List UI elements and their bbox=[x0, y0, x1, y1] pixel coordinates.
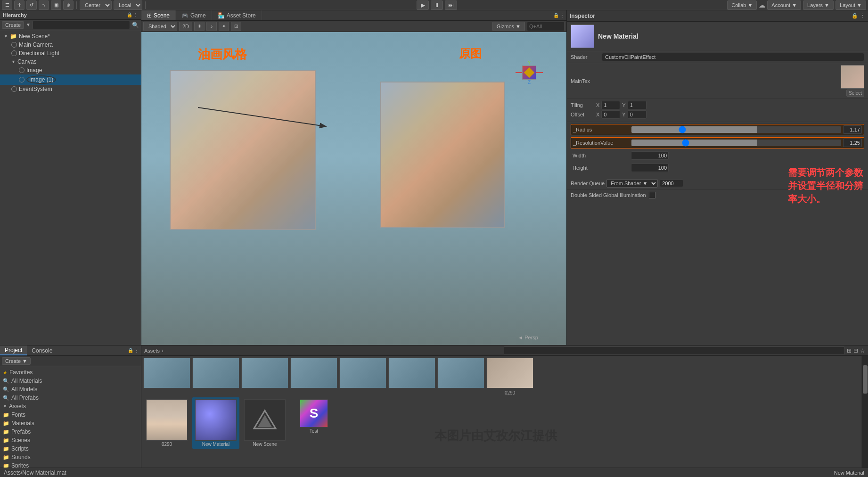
scene-search-input[interactable] bbox=[527, 22, 565, 31]
account-button[interactable]: Account ▼ bbox=[767, 0, 801, 10]
shaded-dropdown[interactable]: Shaded bbox=[143, 22, 177, 31]
gizmos-button[interactable]: Gizmos ▼ bbox=[492, 22, 525, 31]
pause-button[interactable]: ⏸ bbox=[431, 0, 443, 10]
hierarchy-lock-icon[interactable]: 🔒 bbox=[127, 12, 132, 17]
layers-button[interactable]: Layers ▼ bbox=[803, 0, 834, 10]
hierarchy-main-camera[interactable]: Main Camera bbox=[0, 41, 141, 49]
assets-icon1[interactable]: ⊞ bbox=[847, 347, 852, 354]
audio-toggle[interactable]: ♪ bbox=[206, 22, 217, 31]
hierarchy-search-input[interactable] bbox=[33, 21, 130, 29]
tiling-offset-section: Tiling X Y Offset X Y bbox=[567, 99, 868, 122]
inspector-lock-icon[interactable]: 🔒 bbox=[852, 13, 858, 19]
sidebar-sounds[interactable]: 📁 Sounds bbox=[0, 453, 61, 461]
tab-scene[interactable]: ⊞ Scene bbox=[141, 10, 176, 20]
asset-item-new-scene[interactable]: New Scene bbox=[241, 397, 288, 449]
hierarchy-canvas[interactable]: ▼ Canvas bbox=[0, 58, 141, 66]
maintex-select-button[interactable]: Select bbox=[846, 90, 864, 97]
offset-x-input[interactable] bbox=[601, 110, 620, 119]
sidebar-all-materials[interactable]: 🔍 All Materials bbox=[0, 377, 61, 385]
tab-project[interactable]: Project bbox=[0, 345, 27, 355]
hierarchy-image[interactable]: Image bbox=[0, 66, 141, 74]
tab-console[interactable]: Console bbox=[27, 345, 57, 355]
tab-game[interactable]: 🎮 Game bbox=[176, 10, 212, 20]
collab-button[interactable]: Collab ▼ bbox=[727, 0, 757, 10]
hierarchy-image1[interactable]: Image (1) bbox=[0, 74, 141, 85]
overlay-toggle[interactable]: ⊡ bbox=[231, 22, 241, 31]
resolution-value[interactable] bbox=[843, 139, 862, 147]
folder-icon-sounds: 📁 bbox=[3, 454, 9, 461]
inspector-menu-icon[interactable]: ⋮ bbox=[860, 13, 865, 19]
asset-item-0290[interactable]: 0290 bbox=[143, 397, 190, 449]
effects-toggle[interactable]: ✦ bbox=[219, 22, 229, 31]
hierarchy-new-scene[interactable]: ▼ 📁 New Scene* bbox=[0, 32, 141, 41]
sidebar-all-models[interactable]: 🔍 All Models bbox=[0, 385, 61, 394]
sidebar-prefabs[interactable]: 📁 Prefabs bbox=[0, 428, 61, 436]
project-menu-icon[interactable]: ⋮ bbox=[134, 348, 139, 353]
2d-button[interactable]: 2D bbox=[179, 22, 192, 31]
move-tool-btn[interactable]: ✛ bbox=[14, 0, 25, 10]
render-queue-value[interactable] bbox=[660, 180, 683, 187]
project-panel: Project Console 🔒 ⋮ Create ▼ ★ Favorites… bbox=[0, 345, 141, 468]
sidebar-all-prefabs[interactable]: 🔍 All Prefabs bbox=[0, 394, 61, 402]
space-dropdown[interactable]: Local bbox=[114, 0, 142, 10]
width-value[interactable] bbox=[631, 151, 669, 160]
scene-lock-icon[interactable]: 🔒 bbox=[553, 13, 559, 18]
scrollbar-thumb[interactable] bbox=[863, 365, 868, 394]
hand-tool-btn[interactable]: ☰ bbox=[2, 0, 12, 10]
assets-icon2[interactable]: ⊟ bbox=[853, 347, 858, 354]
asset-thumb-top-1[interactable] bbox=[143, 358, 190, 388]
rotate-tool-btn[interactable]: ↺ bbox=[26, 0, 37, 10]
asset-item-test[interactable]: S Test bbox=[290, 397, 337, 449]
sidebar-sprites[interactable]: 📁 Sprites bbox=[0, 461, 61, 468]
lighting-toggle[interactable]: ☀ bbox=[194, 22, 205, 31]
rect-tool-btn[interactable]: ▣ bbox=[51, 0, 61, 10]
pivot-dropdown[interactable]: Center bbox=[80, 0, 112, 10]
hierarchy-event-system[interactable]: EventSystem bbox=[0, 85, 141, 93]
assets-search-input[interactable] bbox=[504, 346, 845, 355]
radius-slider[interactable] bbox=[631, 126, 841, 133]
asset-item-new-material[interactable]: New Material bbox=[192, 397, 239, 449]
tab-asset-store[interactable]: 🏪 Asset Store bbox=[212, 10, 262, 20]
asset-thumb-top-4[interactable] bbox=[290, 358, 337, 388]
tiling-x-input[interactable] bbox=[601, 101, 620, 109]
render-queue-dropdown[interactable]: From Shader ▼ bbox=[606, 179, 658, 188]
hierarchy-directional-light[interactable]: Directional Light bbox=[0, 49, 141, 58]
tiling-y-input[interactable] bbox=[628, 101, 647, 109]
star-icon: ★ bbox=[3, 370, 8, 376]
asset-thumb-top-6[interactable] bbox=[388, 358, 435, 388]
height-value[interactable] bbox=[631, 164, 669, 172]
project-tab-icons: 🔒 ⋮ bbox=[128, 345, 141, 355]
height-label: Height bbox=[573, 165, 629, 171]
tiling-row: Tiling X Y bbox=[571, 101, 864, 109]
sidebar-scripts[interactable]: 📁 Scripts bbox=[0, 444, 61, 453]
resolution-slider[interactable] bbox=[631, 140, 841, 146]
dsgi-checkbox[interactable] bbox=[649, 192, 655, 198]
transform-tool-btn[interactable]: ⊕ bbox=[63, 0, 74, 10]
sidebar-fonts[interactable]: 📁 Fonts bbox=[0, 411, 61, 419]
sidebar-scenes[interactable]: 📁 Scenes bbox=[0, 436, 61, 444]
scene-menu-icon[interactable]: ⋮ bbox=[560, 13, 565, 18]
step-button[interactable]: ⏭ bbox=[445, 0, 457, 10]
asset-thumb-top-7[interactable] bbox=[437, 358, 484, 388]
asset-thumb-top-5[interactable] bbox=[339, 358, 386, 388]
radius-value[interactable] bbox=[843, 125, 862, 134]
scale-tool-btn[interactable]: ⤡ bbox=[39, 0, 49, 10]
sidebar-materials[interactable]: 📁 Materials bbox=[0, 419, 61, 428]
layout-button[interactable]: Layout ▼ bbox=[835, 0, 866, 10]
asset-thumb-top-8[interactable] bbox=[486, 358, 533, 388]
project-lock-icon[interactable]: 🔒 bbox=[128, 348, 133, 353]
scene-tab-icons: 🔒 ⋮ bbox=[553, 13, 566, 18]
hierarchy-menu-icon[interactable]: ⋮ bbox=[133, 12, 138, 17]
image-circle-icon bbox=[19, 67, 25, 73]
asset-thumb-new-scene bbox=[244, 399, 286, 441]
project-create-button[interactable]: Create ▼ bbox=[2, 357, 31, 365]
play-button[interactable]: ▶ bbox=[417, 0, 429, 10]
hierarchy-create-button[interactable]: Create bbox=[2, 21, 24, 29]
assets-icon3[interactable]: ☆ bbox=[860, 347, 865, 354]
assets-scrollbar[interactable] bbox=[861, 356, 868, 468]
top-asset-label-7 bbox=[437, 390, 484, 395]
offset-y-input[interactable] bbox=[628, 110, 647, 119]
shader-dropdown[interactable]: Custom/OilPaintEffect bbox=[602, 53, 864, 61]
asset-thumb-top-3[interactable] bbox=[241, 358, 288, 388]
asset-thumb-top-2[interactable] bbox=[192, 358, 239, 388]
